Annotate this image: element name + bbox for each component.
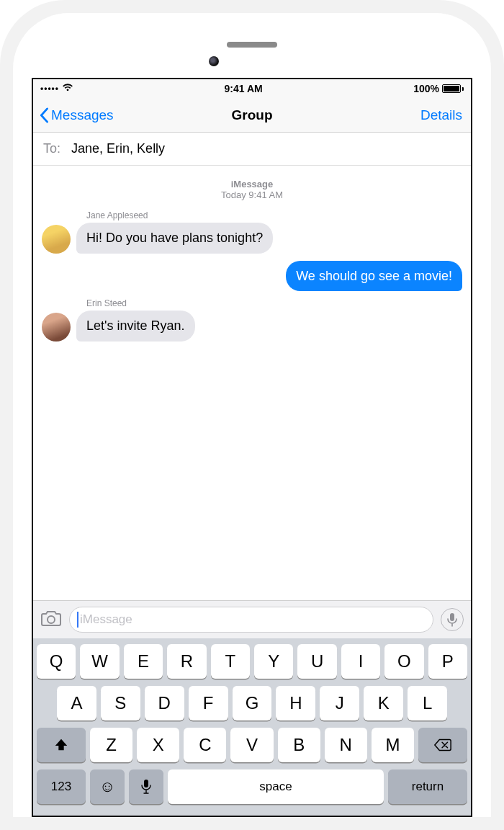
text-caret bbox=[77, 612, 78, 628]
nav-title: Group bbox=[232, 107, 273, 123]
key-v[interactable]: V bbox=[230, 728, 273, 762]
battery-icon bbox=[442, 84, 464, 93]
key-b[interactable]: B bbox=[278, 728, 320, 762]
keyboard-row-4: 123 ☺ space return bbox=[37, 769, 467, 804]
key-w[interactable]: W bbox=[80, 644, 119, 679]
key-z[interactable]: Z bbox=[90, 728, 132, 762]
device-frame: ••••• 9:41 AM 100% bbox=[0, 0, 504, 830]
back-label: Messages bbox=[51, 107, 114, 123]
key-g[interactable]: G bbox=[233, 686, 272, 720]
svg-rect-2 bbox=[144, 780, 148, 787]
thread-header: iMessage Today 9:41 AM bbox=[42, 179, 462, 200]
backspace-icon bbox=[433, 738, 452, 752]
key-s[interactable]: S bbox=[101, 686, 140, 720]
message-row: We should go see a movie! bbox=[42, 261, 462, 292]
key-l[interactable]: L bbox=[408, 686, 447, 720]
svg-point-0 bbox=[48, 616, 55, 623]
camera-button[interactable] bbox=[40, 610, 62, 630]
key-123[interactable]: 123 bbox=[37, 769, 86, 804]
device-speaker bbox=[227, 42, 277, 48]
dictation-button[interactable] bbox=[441, 608, 464, 631]
key-o[interactable]: O bbox=[384, 644, 423, 679]
key-j[interactable]: J bbox=[320, 686, 359, 720]
key-d[interactable]: D bbox=[145, 686, 184, 720]
to-label: To: bbox=[43, 141, 60, 156]
keyboard-row-2: A S D F G H J K L bbox=[37, 686, 467, 720]
compose-bar: iMessage bbox=[33, 600, 471, 638]
keyboard: Q W E R T Y U I O P A S D F G H bbox=[33, 638, 471, 816]
key-emoji[interactable]: ☺ bbox=[90, 769, 125, 804]
to-names: Jane, Erin, Kelly bbox=[71, 141, 165, 156]
key-dictate[interactable] bbox=[129, 769, 163, 804]
battery-percent: 100% bbox=[413, 83, 439, 94]
thread-service: iMessage bbox=[42, 179, 462, 189]
key-i[interactable]: I bbox=[341, 644, 380, 679]
key-q[interactable]: Q bbox=[37, 644, 76, 679]
key-m[interactable]: M bbox=[372, 728, 414, 762]
key-a[interactable]: A bbox=[57, 686, 96, 720]
compose-placeholder: iMessage bbox=[80, 612, 132, 627]
wifi-icon bbox=[62, 83, 73, 94]
key-p[interactable]: P bbox=[428, 644, 467, 679]
key-backspace[interactable] bbox=[418, 728, 467, 762]
key-return[interactable]: return bbox=[388, 769, 467, 804]
key-shift[interactable] bbox=[37, 728, 86, 762]
messages-thread[interactable]: iMessage Today 9:41 AM Jane Appleseed Hi… bbox=[33, 166, 471, 600]
thread-time: 9:41 AM bbox=[248, 189, 283, 200]
message-bubble-out[interactable]: We should go see a movie! bbox=[286, 261, 462, 292]
signal-dots: ••••• bbox=[40, 84, 59, 94]
camera-icon bbox=[40, 610, 62, 627]
chevron-left-icon bbox=[39, 107, 49, 123]
sender-name: Jane Appleseed bbox=[86, 210, 273, 220]
microphone-icon bbox=[141, 779, 151, 795]
details-button[interactable]: Details bbox=[420, 107, 465, 123]
status-bar: ••••• 9:41 AM 100% bbox=[33, 79, 471, 98]
key-k[interactable]: K bbox=[364, 686, 403, 720]
key-u[interactable]: U bbox=[297, 644, 336, 679]
device-bezel: ••••• 9:41 AM 100% bbox=[13, 13, 491, 817]
avatar[interactable] bbox=[42, 225, 71, 254]
microphone-icon bbox=[447, 612, 457, 627]
message-row: Jane Appleseed Hi! Do you have plans ton… bbox=[42, 210, 462, 254]
key-space[interactable]: space bbox=[168, 769, 384, 804]
key-t[interactable]: T bbox=[211, 644, 250, 679]
screen: ••••• 9:41 AM 100% bbox=[32, 78, 472, 817]
status-time: 9:41 AM bbox=[225, 83, 263, 94]
key-n[interactable]: N bbox=[325, 728, 367, 762]
shift-icon bbox=[53, 737, 69, 753]
avatar[interactable] bbox=[42, 313, 71, 342]
key-c[interactable]: C bbox=[184, 728, 226, 762]
key-h[interactable]: H bbox=[276, 686, 315, 720]
key-y[interactable]: Y bbox=[254, 644, 293, 679]
device-camera bbox=[209, 56, 219, 66]
key-r[interactable]: R bbox=[167, 644, 206, 679]
sender-name: Erin Steed bbox=[86, 298, 195, 308]
message-bubble-in[interactable]: Hi! Do you have plans tonight? bbox=[76, 223, 273, 254]
compose-field[interactable]: iMessage bbox=[69, 607, 433, 633]
key-x[interactable]: X bbox=[137, 728, 179, 762]
keyboard-row-1: Q W E R T Y U I O P bbox=[37, 644, 467, 679]
key-e[interactable]: E bbox=[124, 644, 163, 679]
message-row: Erin Steed Let's invite Ryan. bbox=[42, 298, 462, 342]
svg-rect-1 bbox=[450, 613, 454, 621]
back-button[interactable]: Messages bbox=[39, 107, 114, 123]
nav-bar: Messages Group Details bbox=[33, 98, 471, 133]
recipients-row[interactable]: To: Jane, Erin, Kelly bbox=[33, 133, 471, 166]
thread-day: Today bbox=[221, 189, 246, 200]
key-f[interactable]: F bbox=[189, 686, 228, 720]
message-bubble-in[interactable]: Let's invite Ryan. bbox=[76, 311, 195, 342]
keyboard-row-3: Z X C V B N M bbox=[37, 728, 467, 762]
emoji-icon: ☺ bbox=[99, 777, 115, 796]
